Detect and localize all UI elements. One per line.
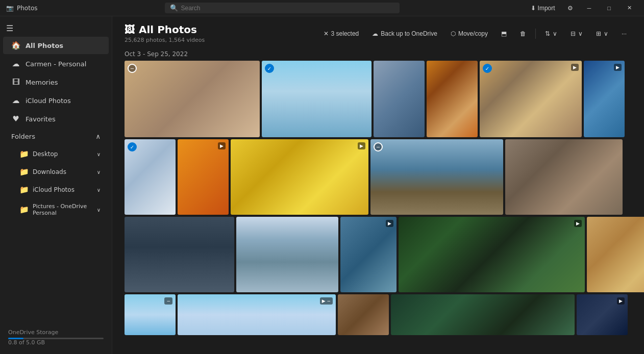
sidebar-label-icloud-folder: iCloud Photos [33,186,75,193]
photo-rocky-coast[interactable]: ▶ [340,217,397,292]
sort-chevron: ∨ [553,30,557,37]
downloads-expand-icon: ∨ [97,169,101,175]
photo-city-mountain[interactable] [236,217,338,292]
filter-button[interactable]: ⊟ ∨ [565,28,588,40]
view-button[interactable]: ⊞ ∨ [591,28,613,40]
photo-beach-bikes[interactable]: ✓ [125,139,176,215]
storage-label: OneDrive Storage [8,329,58,336]
storage-usage: 0.8 of 5.0 GB [8,339,45,346]
photo-dog1[interactable]: − [125,61,260,137]
photo-sky1[interactable]: − [125,294,176,335]
share-button[interactable]: ⬒ [496,28,512,40]
sidebar-folders: 📁 Desktop ∨ 📁 Downloads ∨ 📁 iCloud Photo… [0,145,112,221]
photo-checkbox-desert[interactable]: ✓ [483,64,492,73]
sidebar-item-icloud[interactable]: ☁ iCloud Photos [3,92,109,109]
photo-carnival[interactable]: ✓ [262,61,371,137]
sidebar-item-icloud-folder[interactable]: 📁 iCloud Photos ∨ [11,181,109,198]
sidebar-item-pictures-onedrive[interactable]: 📁 Pictures - OneDrive Personal ∨ [11,199,109,220]
photo-orange-person[interactable]: ▶ [178,139,229,215]
import-label: Import [538,5,555,12]
photo-checkbox-carnival[interactable]: ✓ [265,64,274,73]
content-subtitle: 25,628 photos, 1,564 videos [125,37,318,43]
photo-dog2[interactable]: ▶ [587,217,644,292]
settings-button[interactable]: ⚙ [563,3,577,14]
photo-forest2[interactable] [391,294,575,335]
photo-badge-orange: ▶ [218,142,226,149]
toolbar-separator [535,29,536,39]
photo-desert[interactable]: ✓ ▶ [480,61,582,137]
photo-colonnade[interactable] [505,139,623,215]
app-title: 📷 Photos [6,5,37,12]
photo-ocean-cliffs[interactable]: − [370,139,503,215]
more-button[interactable]: ··· [616,28,632,40]
backup-button[interactable]: ☁ Back up to OneDrive [367,28,442,40]
sidebar-item-desktop[interactable]: 📁 Desktop ∨ [11,145,109,163]
page-title: All Photos [139,23,197,36]
settings-icon: ⚙ [567,5,573,12]
more-icon: ··· [622,30,627,37]
photo-checkbox-beach[interactable]: ✓ [128,142,137,151]
photo-yellow-building[interactable]: ▶ [231,139,368,215]
import-button[interactable]: ⬇ Import [527,3,559,14]
sidebar-label-all-photos: All Photos [26,42,63,49]
backup-label: Back up to OneDrive [381,30,437,37]
cloud-icon: ☁ [11,59,20,68]
photo-sky2[interactable]: ▶ − [178,294,336,335]
folder-icon-od: 📁 [19,205,29,214]
sidebar-item-favorites[interactable]: ♥ Favorites [3,110,109,128]
minimize-button[interactable]: ─ [581,0,598,16]
maximize-icon: □ [607,5,611,11]
selected-count: 3 selected [331,30,359,37]
photo-row-4: − ▶ − ▶ [125,294,632,335]
sidebar-item-memories[interactable]: 🎞 Memories [3,73,109,91]
minimize-icon: ─ [587,5,591,11]
folder-icon-ic: 📁 [19,185,29,194]
movecopy-label: Move/copy [458,30,488,37]
view-chevron: ∨ [604,30,608,37]
desktop-expand-icon: ∨ [97,151,101,157]
photo-badge-forest: ▶ [574,220,582,227]
photo-grid: − ✓ ✓ ▶ [112,61,644,343]
photo-badge-sky1: − [164,297,172,305]
photo-architecture[interactable] [374,61,425,137]
sidebar-label-downloads: Downloads [33,168,66,175]
folder-icon: 📁 [19,149,29,159]
search-input[interactable] [181,5,394,12]
photo-alley[interactable] [338,294,389,335]
app-name: Photos [17,5,37,12]
close-icon: ✕ [627,5,632,11]
photo-row-3: ▶ ▶ ▶ [125,217,632,292]
photo-checkbox-ocean[interactable]: − [374,142,383,151]
deselect-button[interactable]: ✕ 3 selected [318,28,364,40]
search-bar[interactable]: 🔍 [165,3,400,13]
photo-badge-sky2: ▶ − [320,297,333,305]
sidebar-item-downloads[interactable]: 📁 Downloads ∨ [11,163,109,181]
app-body: ☰ 🏠 All Photos ☁ Carmen - Personal 🎞 Mem… [0,16,644,354]
photo-abstract[interactable]: ▶ [584,61,625,137]
photo-red-abstract[interactable]: ▶ [577,294,628,335]
close-button[interactable]: ✕ [621,0,638,16]
icloud-expand-icon: ∨ [97,187,101,193]
sidebar-item-carmen[interactable]: ☁ Carmen - Personal [3,55,109,72]
maximize-button[interactable]: □ [601,0,617,16]
folders-label: Folders [11,133,35,140]
sidebar-label-carmen: Carmen - Personal [26,60,86,68]
import-icon: ⬇ [531,5,536,12]
backup-icon: ☁ [372,30,378,37]
sidebar-item-all-photos[interactable]: 🏠 All Photos [3,37,109,54]
photo-forest-light[interactable]: ▶ [399,217,585,292]
delete-button[interactable]: 🗑 [515,28,531,40]
photo-food[interactable] [427,61,478,137]
filter-icon: ⊟ [571,30,576,37]
movecopy-button[interactable]: ⬡ Move/copy [445,28,493,40]
photo-checkbox-dog1[interactable]: − [128,64,137,73]
photo-eiffel[interactable] [125,217,234,292]
delete-icon: 🗑 [520,30,526,37]
icloud-icon: ☁ [11,96,20,105]
sidebar-folders-section[interactable]: Folders ∧ [3,129,109,144]
hamburger-menu[interactable]: ☰ [0,20,112,36]
sort-button[interactable]: ⇅ ∨ [540,28,562,40]
sidebar-label-memories: Memories [26,79,58,86]
filter-chevron: ∨ [578,30,583,37]
app-icon: 📷 [6,5,14,12]
